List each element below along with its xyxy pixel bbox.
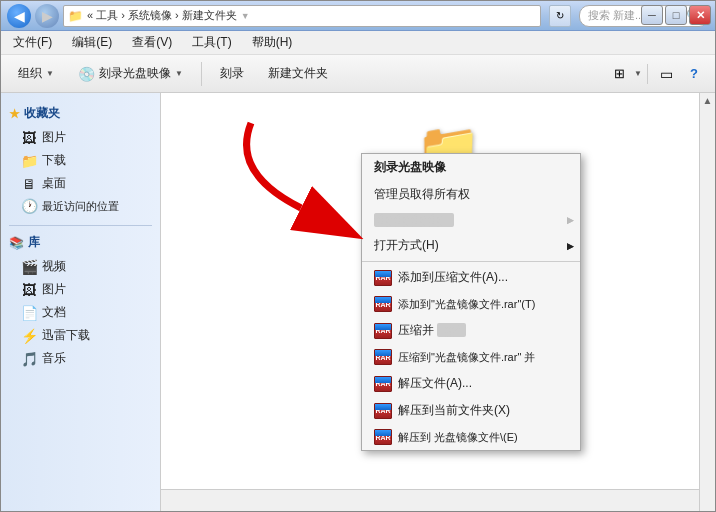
organize-label: 组织 <box>18 65 42 82</box>
sidebar-item-recent[interactable]: 🕐 最近访问的位置 <box>1 195 160 217</box>
downloads-icon: 📁 <box>21 153 37 169</box>
file-area[interactable]: 📁 刻录光盘映像 管理员取得所有权 ░░░░░░░░ ▶ 打开方式( <box>161 93 699 489</box>
status-bar <box>161 489 699 511</box>
ctx-extract-here-label: 解压文件(A)... <box>398 375 472 392</box>
burn-label: 刻录 <box>220 65 244 82</box>
maximize-button[interactable]: □ <box>665 5 687 25</box>
new-folder-label: 新建文件夹 <box>268 65 328 82</box>
xunlei-label: 迅雷下载 <box>42 327 90 344</box>
ctx-compress-to-rar-label: 压缩到"光盘镜像文件.rar" 并 <box>398 350 535 365</box>
title-bar: ◀ ▶ 📁 « 工具 › 系统镜像 › 新建文件夹 ▼ ↻ 搜索 新建... 🔍… <box>1 1 715 31</box>
ctx-open-with-label: 打开方式(H) <box>374 237 439 254</box>
burn-button[interactable]: 刻录 <box>211 59 253 89</box>
toolbar-separator-1 <box>201 62 202 86</box>
ctx-open-with[interactable]: 打开方式(H) ▶ <box>362 232 580 259</box>
ctx-compress-to-rar-icon: RAR <box>374 349 392 365</box>
music-icon: 🎵 <box>21 351 37 367</box>
sidebar: ★ 收藏夹 🖼 图片 📁 下载 🖥 桌面 🕐 最近访问的位置 <box>1 93 161 511</box>
minimize-button[interactable]: ─ <box>641 5 663 25</box>
view-toggle-button[interactable]: ⊞ <box>606 61 632 87</box>
back-button[interactable]: ◀ <box>7 4 31 28</box>
ctx-extract-to-current-icon: RAR <box>374 403 392 419</box>
ctx-compress-to-rar[interactable]: RAR 压缩到"光盘镜像文件.rar" 并 <box>362 344 580 370</box>
ctx-open-with-arrow-icon: ▶ <box>567 241 574 251</box>
details-icon: ▭ <box>660 66 673 82</box>
scroll-indicator: ▲ <box>699 93 715 511</box>
help-button[interactable]: ? <box>681 61 707 87</box>
burn-disc-icon: 💿 <box>78 66 95 82</box>
ctx-add-to-zip[interactable]: RAR 添加到压缩文件(A)... <box>362 264 580 291</box>
organize-dropdown-icon: ▼ <box>46 69 54 78</box>
sidebar-item-documents[interactable]: 📄 文档 <box>1 301 160 324</box>
ctx-extract-to-folder[interactable]: RAR 解压到 光盘镜像文件\(E) <box>362 424 580 450</box>
recent-icon: 🕐 <box>21 198 37 214</box>
refresh-button[interactable]: ↻ <box>549 5 571 27</box>
ctx-blurred-arrow-icon: ▶ <box>567 215 574 225</box>
ctx-take-ownership-label: 管理员取得所有权 <box>374 186 470 203</box>
menu-help[interactable]: 帮助(H) <box>248 32 297 53</box>
sidebar-section-library: 📚 库 🎬 视频 🖼 图片 📄 文档 ⚡ 迅雷下载 <box>1 230 160 370</box>
sidebar-item-pictures[interactable]: 🖼 图片 <box>1 126 160 149</box>
ctx-add-to-rar-label: 添加到"光盘镜像文件.rar"(T) <box>398 297 535 312</box>
address-bar[interactable]: 📁 « 工具 › 系统镜像 › 新建文件夹 ▼ <box>63 5 541 27</box>
explorer-window: ◀ ▶ 📁 « 工具 › 系统镜像 › 新建文件夹 ▼ ↻ 搜索 新建... 🔍… <box>0 0 716 512</box>
downloads-label: 下载 <box>42 152 66 169</box>
library-icon: 📚 <box>9 236 24 250</box>
sidebar-header-favorites[interactable]: ★ 收藏夹 <box>1 101 160 126</box>
sidebar-item-xunlei[interactable]: ⚡ 迅雷下载 <box>1 324 160 347</box>
photos-icon: 🖼 <box>21 282 37 298</box>
address-folder-icon: 📁 <box>68 9 83 23</box>
sidebar-header-library[interactable]: 📚 库 <box>1 230 160 255</box>
context-menu: 刻录光盘映像 管理员取得所有权 ░░░░░░░░ ▶ 打开方式(H) ▶ <box>361 153 581 451</box>
documents-label: 文档 <box>42 304 66 321</box>
ctx-extract-to-current[interactable]: RAR 解压到当前文件夹(X) <box>362 397 580 424</box>
ctx-add-to-zip-label: 添加到压缩文件(A)... <box>398 269 508 286</box>
main-area: ★ 收藏夹 🖼 图片 📁 下载 🖥 桌面 🕐 最近访问的位置 <box>1 93 715 511</box>
ctx-blurred-item[interactable]: ░░░░░░░░ ▶ <box>362 208 580 232</box>
ctx-extract-here[interactable]: RAR 解压文件(A)... <box>362 370 580 397</box>
menu-view[interactable]: 查看(V) <box>128 32 176 53</box>
view-dropdown-icon[interactable]: ▼ <box>634 69 642 78</box>
ctx-burn-image-label: 刻录光盘映像 <box>374 160 446 174</box>
xunlei-icon: ⚡ <box>21 328 37 344</box>
sidebar-item-desktop[interactable]: 🖥 桌面 <box>1 172 160 195</box>
new-folder-button[interactable]: 新建文件夹 <box>259 59 337 89</box>
ctx-add-to-rar[interactable]: RAR 添加到"光盘镜像文件.rar"(T) <box>362 291 580 317</box>
help-icon: ? <box>690 66 698 81</box>
toolbar: 组织 ▼ 💿 刻录光盘映像 ▼ 刻录 新建文件夹 ⊞ ▼ ▭ ? <box>1 55 715 93</box>
menu-tools[interactable]: 工具(T) <box>188 32 235 53</box>
title-bar-left: ◀ ▶ 📁 « 工具 › 系统镜像 › 新建文件夹 ▼ ↻ 搜索 新建... 🔍 <box>7 4 709 28</box>
burn-disc-label: 刻录光盘映像 <box>99 65 171 82</box>
ctx-extract-to-folder-label: 解压到 光盘镜像文件\(E) <box>398 430 518 445</box>
burn-disc-dropdown-icon: ▼ <box>175 69 183 78</box>
details-pane-button[interactable]: ▭ <box>653 61 679 87</box>
ctx-take-ownership[interactable]: 管理员取得所有权 <box>362 181 580 208</box>
ctx-add-to-zip-icon: RAR <box>374 270 392 286</box>
sidebar-item-music[interactable]: 🎵 音乐 <box>1 347 160 370</box>
forward-button[interactable]: ▶ <box>35 4 59 28</box>
sidebar-divider-1 <box>9 225 152 226</box>
photos-label: 图片 <box>42 281 66 298</box>
burn-disc-button[interactable]: 💿 刻录光盘映像 ▼ <box>69 59 192 89</box>
desktop-label: 桌面 <box>42 175 66 192</box>
videos-label: 视频 <box>42 258 66 275</box>
sidebar-item-videos[interactable]: 🎬 视频 <box>1 255 160 278</box>
close-button[interactable]: ✕ <box>689 5 711 25</box>
ctx-blurred-label: ░░░░░░░░ <box>374 213 454 227</box>
address-dropdown-icon[interactable]: ▼ <box>241 11 250 21</box>
library-label: 库 <box>28 234 40 251</box>
ctx-extract-to-folder-icon: RAR <box>374 429 392 445</box>
favorites-star-icon: ★ <box>9 107 20 121</box>
ctx-burn-image[interactable]: 刻录光盘映像 <box>362 154 580 181</box>
ctx-compress-and-icon: RAR <box>374 323 392 339</box>
menu-bar: 文件(F) 编辑(E) 查看(V) 工具(T) 帮助(H) <box>1 31 715 55</box>
ctx-add-to-rar-icon: RAR <box>374 296 392 312</box>
sidebar-item-downloads[interactable]: 📁 下载 <box>1 149 160 172</box>
menu-edit[interactable]: 编辑(E) <box>68 32 116 53</box>
scroll-up-button[interactable]: ▲ <box>701 93 715 107</box>
view-grid-icon: ⊞ <box>614 66 625 81</box>
menu-file[interactable]: 文件(F) <box>9 32 56 53</box>
sidebar-item-photos[interactable]: 🖼 图片 <box>1 278 160 301</box>
ctx-compress-and[interactable]: RAR 压缩并 ░░ <box>362 317 580 344</box>
organize-button[interactable]: 组织 ▼ <box>9 59 63 89</box>
